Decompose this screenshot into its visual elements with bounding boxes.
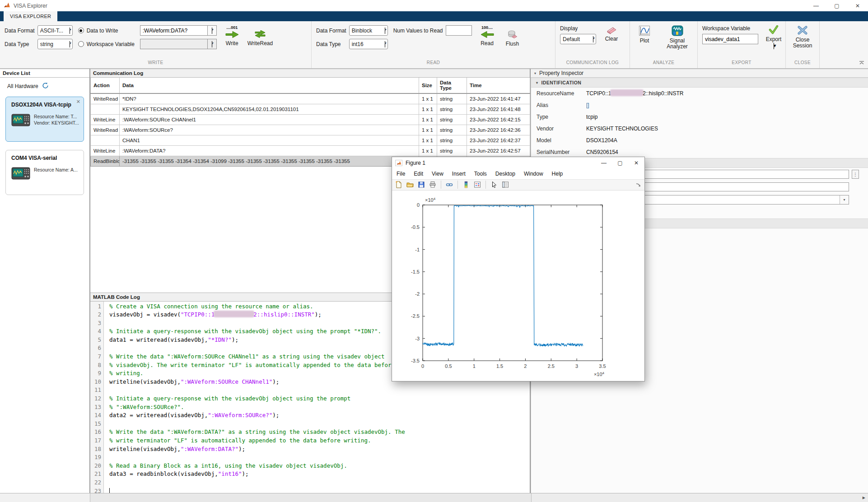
minimize-icon[interactable]: — xyxy=(596,157,612,169)
comm-log-row[interactable]: WriteRead*IDN?1 x 1string23-Jun-2022 16:… xyxy=(91,93,530,104)
figure-menu-help[interactable]: Help xyxy=(552,171,563,177)
write-data-type-dropdown[interactable]: string▾ xyxy=(37,39,73,49)
visa-explorer-window: VISA Explorer — ▢ ✕ VISA EXPLORER Data F… xyxy=(0,0,868,69)
figure-menu-edit[interactable]: Edit xyxy=(414,171,423,177)
chevron-down-icon[interactable]: ▾ xyxy=(208,25,217,36)
toolstrip-section-read: Data Format Binblock▾ Data Type int16▾ N… xyxy=(312,21,555,68)
close-icon[interactable]: ✕ xyxy=(847,0,868,11)
data-to-write-radio[interactable] xyxy=(78,28,84,33)
data-to-write-input[interactable] xyxy=(140,25,208,36)
maximize-icon[interactable]: ▢ xyxy=(826,0,847,11)
comm-log-column-header[interactable]: Time xyxy=(467,78,530,93)
signal-analyzer-button[interactable]: Signal Analyzer xyxy=(662,25,693,50)
device-name: COM4 VISA-serial xyxy=(11,155,80,161)
refresh-icon[interactable] xyxy=(42,82,49,90)
figure-title-bar[interactable]: Figure 1 — ▢ ✕ xyxy=(392,157,644,169)
comm-log-row[interactable]: KEYSIGHT TECHNOLOGIES,DSOX1204A,CN592061… xyxy=(91,104,530,114)
figure-menu-desktop[interactable]: Desktop xyxy=(495,171,515,177)
display-dropdown[interactable]: Default▾ xyxy=(560,34,596,44)
device-list-scrollbar[interactable] xyxy=(0,493,90,502)
write-data-type-label: Data Type xyxy=(5,41,35,47)
num-values-input[interactable] xyxy=(446,25,472,36)
svg-text:2.5: 2.5 xyxy=(548,363,555,369)
bottom-status-bar: ▶ xyxy=(0,493,868,502)
line-number: 15 xyxy=(90,420,101,428)
close-session-button[interactable]: Close Session xyxy=(790,25,815,49)
comm-log-cell: string xyxy=(437,93,467,104)
toolstrip-collapse-icon[interactable] xyxy=(859,60,864,66)
property-inspector-header[interactable]: ▾ Property Inspector xyxy=(531,69,868,78)
close-icon[interactable]: ✕ xyxy=(628,157,644,169)
figure-menu-file[interactable]: File xyxy=(397,171,405,177)
all-hardware-label: All Hardware xyxy=(7,83,38,89)
identification-section-header[interactable]: ▾IDENTIFICATION xyxy=(531,78,868,88)
comm-log-cell: 23-Jun-2022 16:41:48 xyxy=(467,104,530,114)
comm-log-row[interactable]: CHAN11 x 1string23-Jun-2022 16:42:37 xyxy=(91,135,530,145)
comm-log-column-header[interactable]: Data Type xyxy=(437,78,467,93)
edit-plot-icon[interactable] xyxy=(490,180,499,189)
code-line: % Read a Binary Block as a int16, using … xyxy=(109,462,530,470)
save-icon[interactable] xyxy=(417,180,426,189)
comm-log-column-header[interactable]: Data xyxy=(120,78,419,93)
svg-text:-1.5: -1.5 xyxy=(411,269,420,274)
center-horizontal-scrollbar[interactable] xyxy=(90,493,532,502)
svg-text:2: 2 xyxy=(524,363,527,369)
toolstrip-section-comm-log: Display Default▾ Clear COMMUNICATION LOG xyxy=(555,21,630,68)
link-plot-icon[interactable] xyxy=(445,180,454,189)
comm-log-column-header[interactable]: Size xyxy=(419,78,437,93)
close-icon[interactable]: ✕ xyxy=(76,99,80,104)
comm-log-cell xyxy=(91,135,120,145)
workspace-variable-radio[interactable] xyxy=(78,41,84,47)
export-button[interactable]: Export ▾ xyxy=(764,25,784,49)
comm-log-row[interactable]: WriteRead:WAVeform:SOURce?1 x 1string23-… xyxy=(91,125,530,135)
comm-log-cell: string xyxy=(437,125,467,135)
plot-button[interactable]: Plot xyxy=(635,25,654,44)
read-data-type-dropdown[interactable]: int16▾ xyxy=(349,39,388,49)
comm-log-row[interactable]: WriteLine:WAVeform:DATA?1 x 1string23-Ju… xyxy=(91,145,530,156)
device-name: DSOX1204A VISA-tcpip xyxy=(11,102,80,108)
new-document-icon[interactable] xyxy=(394,180,403,189)
figure-plot-area[interactable]: 00.511.522.533.50-0.5-1-1.5-2-2.5-3-3.5×… xyxy=(392,191,644,381)
device-card-com4[interactable]: COM4 VISA-serial Resource Name: A... xyxy=(5,150,84,195)
code-line xyxy=(109,453,530,462)
property-row-resourcename: ResourceName TCPIP0::12::hislip0::INSTR xyxy=(531,88,868,99)
minimize-icon[interactable]: — xyxy=(806,0,826,11)
data-to-write-combo[interactable]: ▾ xyxy=(140,25,217,36)
write-data-format-dropdown[interactable]: ASCII-T...▾ xyxy=(37,25,73,36)
insert-legend-icon[interactable] xyxy=(473,180,482,189)
export-workspace-variable-input[interactable] xyxy=(702,34,758,44)
overflow-menu-icon[interactable]: ⋮ xyxy=(852,170,859,179)
line-number: 3 xyxy=(90,319,101,328)
figure-menu-view[interactable]: View xyxy=(432,171,443,177)
title-bar[interactable]: VISA Explorer — ▢ ✕ xyxy=(0,0,868,11)
figure-menu-window[interactable]: Window xyxy=(524,171,543,177)
matlab-logo-icon xyxy=(4,2,10,9)
flush-button[interactable]: Flush xyxy=(503,25,523,47)
device-card-dsox1204a[interactable]: ✕ DSOX1204A VISA-tcpip Resource Name: T.… xyxy=(5,97,84,142)
comm-log-column-header[interactable]: Action xyxy=(91,78,120,93)
write-button[interactable]: ....001 Write xyxy=(222,25,242,46)
print-icon[interactable] xyxy=(428,180,437,189)
maximize-icon[interactable]: ▢ xyxy=(612,157,628,169)
figure-menu-insert[interactable]: Insert xyxy=(452,171,466,177)
figure-menu-tools[interactable]: Tools xyxy=(474,171,487,177)
writeread-button[interactable]: WriteRead xyxy=(247,25,273,46)
inspector-horizontal-scrollbar[interactable]: ▶ xyxy=(532,493,868,502)
open-folder-icon[interactable] xyxy=(406,180,415,189)
scroll-right-icon[interactable]: ▶ xyxy=(863,496,865,500)
read-data-format-dropdown[interactable]: Binblock▾ xyxy=(349,25,388,36)
toolstrip-section-export: Workspace Variable Export ▾ EXPORT xyxy=(698,21,786,68)
comm-log-cell: WriteLine xyxy=(91,114,120,125)
insert-colorbar-icon[interactable] xyxy=(462,180,471,189)
tab-visa-explorer[interactable]: VISA EXPLORER xyxy=(4,11,57,21)
toolstrip-section-close: Close Session CLOSE xyxy=(786,21,820,68)
clear-button[interactable]: Clear xyxy=(602,25,621,42)
property-inspector-title: Property Inspector xyxy=(539,70,583,76)
property-editor-icon[interactable] xyxy=(501,180,510,189)
line-number: 11 xyxy=(90,386,101,395)
dock-figure-icon[interactable] xyxy=(636,182,641,189)
comm-log-row[interactable]: WriteLine:WAVeform:SOURce CHANnel11 x 1s… xyxy=(91,114,530,125)
num-values-label: Num Values to Read xyxy=(393,28,443,34)
read-button[interactable]: 100.... Read xyxy=(477,25,497,46)
code-line: data3 = readbinblock(visadevObj,"int16")… xyxy=(109,470,530,479)
